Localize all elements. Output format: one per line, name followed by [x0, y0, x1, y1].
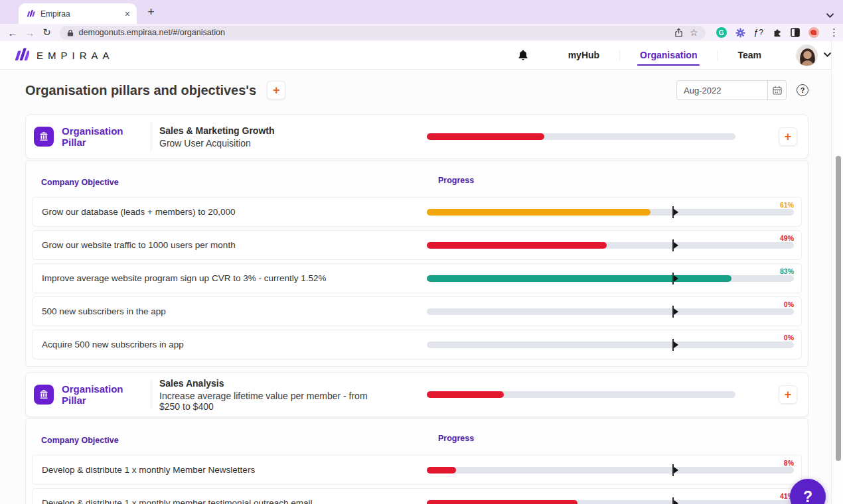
url-text: demogonuts.empiraa.net/#/organisation [79, 28, 668, 37]
page-help-icon[interactable]: ? [797, 84, 808, 96]
objective-progress-value: 49% [780, 234, 794, 242]
objective-progress-value: 61% [780, 201, 794, 209]
pillar-title: Sales Analysis [159, 378, 378, 389]
column-header-objective: Company Objective [41, 178, 119, 187]
objective-progress-track[interactable] [427, 342, 794, 348]
user-avatar[interactable] [796, 44, 818, 66]
objective-progress-value: 8% [784, 459, 794, 467]
brand-wordmark: EMPIRAA [37, 50, 114, 61]
extensions-puzzle-icon[interactable] [773, 28, 782, 37]
new-tab-button[interactable]: + [142, 3, 160, 21]
objective-label: Improve average website program sign up … [42, 273, 326, 283]
address-bar[interactable]: demogonuts.empiraa.net/#/organisation ☆ [60, 26, 706, 40]
empiraa-logo[interactable]: EMPIRAA [12, 46, 114, 64]
progress-target-marker[interactable] [672, 464, 674, 476]
objectives-table: Company Objective Progress Grow our data… [25, 160, 808, 367]
forward-button[interactable]: → [21, 27, 38, 38]
progress-target-marker[interactable] [672, 273, 674, 284]
objective-progress-fill [427, 467, 456, 473]
browser-menu-icon[interactable]: ⋮ [829, 27, 839, 38]
pillar-subtitle: Grow User Acquisition [159, 138, 274, 149]
objective-progress-fill [427, 242, 607, 249]
objective-progress-track[interactable] [427, 209, 794, 216]
objective-progress-track[interactable] [427, 467, 794, 473]
objective-row[interactable]: Develop & distribute 1 x monthly member … [32, 488, 802, 504]
calendar-icon[interactable] [767, 81, 786, 99]
progress-target-marker[interactable] [672, 206, 674, 218]
pillar-progress-fill [427, 133, 544, 140]
notifications-bell-icon[interactable] [518, 50, 528, 61]
pillar-icon [34, 385, 54, 405]
tab-search-chevron-icon[interactable] [826, 9, 834, 21]
empiraa-favicon-icon [25, 9, 35, 19]
nav-item-myhub[interactable]: myHub [548, 50, 619, 60]
pillar-icon [34, 127, 54, 147]
grammarly-extension-icon[interactable]: G [716, 27, 727, 38]
column-header-progress: Progress [438, 176, 474, 185]
browser-tab[interactable]: Empiraa × [19, 3, 137, 24]
progress-target-marker[interactable] [672, 497, 674, 504]
active-nav-underline [637, 64, 700, 66]
objective-row[interactable]: Acquire 500 new subscribers in app 0% [32, 330, 802, 359]
objective-row[interactable]: Develop & distribute 1 x monthly Member … [32, 455, 802, 485]
objective-progress-value: 0% [784, 300, 794, 308]
objective-progress-track[interactable] [427, 308, 794, 315]
lock-icon [67, 29, 74, 37]
flower-extension-icon[interactable] [735, 28, 745, 38]
objective-progress-track[interactable] [427, 275, 794, 282]
pillar-subtitle: Increase average lifetime value per memb… [159, 391, 378, 412]
objective-progress-value: 0% [784, 334, 794, 342]
progress-target-marker[interactable] [672, 306, 674, 318]
page-title: Organisation pillars and objectives's [25, 83, 256, 98]
pillar-progress-fill [427, 391, 504, 398]
profile-chevron-down-icon[interactable] [824, 52, 831, 58]
add-objective-button[interactable]: + [779, 385, 797, 404]
objective-label: 500 new subscribers in the app [42, 306, 166, 316]
objective-progress-track[interactable] [427, 500, 794, 504]
page-scrollbar [831, 41, 843, 504]
objective-row[interactable]: 500 new subscribers in the app 0% [32, 296, 802, 326]
pillar-progress-track [427, 133, 735, 140]
share-icon[interactable] [674, 28, 683, 38]
browser-tab-strip: Empiraa × + [0, 0, 843, 24]
objective-label: Grow our website traffic to 1000 users p… [42, 240, 236, 250]
objective-progress-track[interactable] [427, 242, 794, 249]
objective-label: Grow our database (leads + members) to 2… [42, 207, 236, 217]
tab-close-icon[interactable]: × [125, 9, 130, 19]
divider [151, 122, 151, 151]
divider [151, 380, 151, 409]
darkmode-extension-icon[interactable] [791, 28, 800, 37]
date-picker[interactable]: Aug-2022 [676, 80, 787, 100]
date-picker-value[interactable]: Aug-2022 [677, 86, 767, 95]
extension-icons: G ƒ? ⋮ [716, 27, 839, 38]
objective-progress-fill [427, 209, 651, 216]
add-pillar-button[interactable]: + [267, 81, 285, 99]
back-button[interactable]: ← [4, 27, 21, 38]
fonts-extension-icon[interactable]: ƒ? [754, 28, 764, 37]
objective-progress-fill [427, 275, 731, 282]
recorder-extension-icon[interactable] [808, 27, 819, 38]
pillar-progress-track [427, 391, 735, 398]
pillar-badge-label: Organisation Pillar [62, 125, 141, 149]
add-objective-button[interactable]: + [779, 127, 797, 146]
bookmark-star-icon[interactable]: ☆ [690, 27, 698, 38]
browser-toolbar: ← → ↻ demogonuts.empiraa.net/#/organisat… [0, 24, 843, 41]
pillar-badge-label: Organisation Pillar [62, 383, 141, 407]
progress-target-marker[interactable] [672, 239, 674, 251]
objective-row[interactable]: Improve average website program sign up … [32, 263, 802, 293]
pillar-card[interactable]: Organisation Pillar Sales & Marketing Gr… [25, 114, 808, 159]
tab-title: Empiraa [40, 9, 125, 19]
nav-item-team[interactable]: Team [717, 50, 781, 60]
reload-button[interactable]: ↻ [38, 27, 56, 38]
objective-label: Acquire 500 new subscribers in app [42, 340, 184, 349]
nav-item-organisation[interactable]: Organisation [619, 50, 717, 60]
objective-row[interactable]: Grow our website traffic to 1000 users p… [32, 230, 802, 260]
objective-label: Develop & distribute 1 x monthly member … [42, 498, 312, 504]
progress-target-marker[interactable] [672, 339, 674, 351]
pillar-card[interactable]: Organisation Pillar Sales Analysis Incre… [25, 372, 808, 417]
scrollbar-thumb[interactable] [836, 156, 841, 461]
main-content: Organisation pillars and objectives's + … [0, 70, 843, 503]
column-header-objective: Company Objective [41, 436, 119, 445]
app-header: EMPIRAA myHub Organisation Team [0, 41, 843, 70]
objective-row[interactable]: Grow our database (leads + members) to 2… [32, 197, 802, 227]
